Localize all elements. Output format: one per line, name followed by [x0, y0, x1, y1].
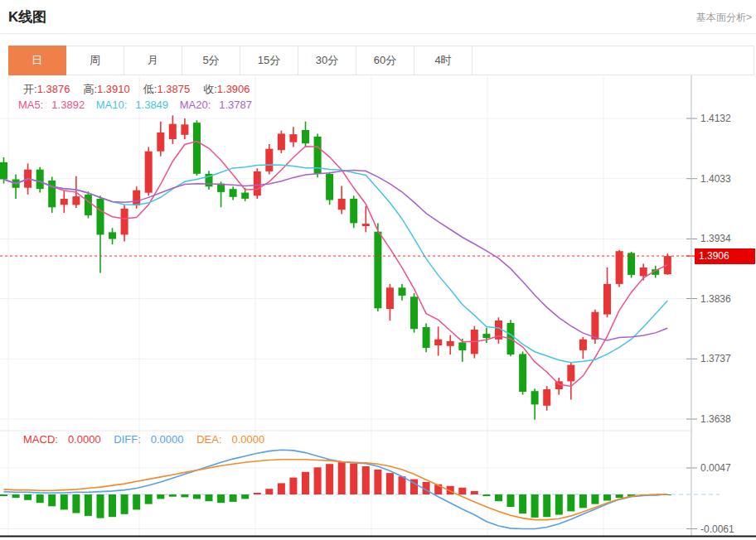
- tab-5min[interactable]: 5分: [182, 46, 240, 75]
- macd-axis-label: -0.0061: [700, 523, 734, 536]
- tab-week[interactable]: 周: [66, 46, 124, 75]
- tab-day[interactable]: 日: [8, 46, 66, 75]
- tab-30min[interactable]: 30分: [298, 46, 356, 75]
- close-value: 1.3906: [217, 83, 250, 95]
- price-axis-label: 1.3638: [700, 412, 731, 426]
- diff-value: 0.0000: [151, 433, 184, 446]
- kline-widget: K线图 基本面分析> 日周月5分15分30分60分4时 开:1.3876高:1.…: [0, 0, 756, 540]
- macd-value: 0.0000: [68, 433, 101, 446]
- ma5-label: MA5:: [18, 99, 43, 111]
- open-label: 开:: [23, 83, 37, 95]
- kline-chart-canvas[interactable]: [0, 75, 756, 540]
- tab-60min[interactable]: 60分: [356, 46, 414, 75]
- price-axis-label: 1.3737: [700, 352, 731, 365]
- high-value: 1.3910: [97, 83, 130, 95]
- ma10-label: MA10:: [96, 99, 128, 111]
- high-label: 高:: [83, 83, 97, 95]
- tab-month[interactable]: 月: [124, 46, 182, 75]
- low-value: 1.3875: [157, 83, 190, 95]
- kline-chart-area: 开:1.3876高:1.3910低:1.3875收:1.3906 MA5:1.3…: [0, 75, 756, 540]
- price-axis-label: 1.4132: [700, 112, 731, 125]
- fundamental-analysis-link[interactable]: 基本面分析>: [696, 11, 752, 25]
- widget-header: K线图 基本面分析>: [0, 0, 756, 34]
- macd-readout: MACD:0.0000 DIFF:0.0000 DEA:0.0000: [23, 433, 274, 446]
- price-axis-label: 1.3934: [700, 232, 731, 245]
- macd-axis-label: 0.0047: [700, 461, 731, 475]
- close-label: 收:: [203, 83, 217, 95]
- ma10-value: 1.3849: [135, 99, 168, 111]
- dea-value: 0.0000: [232, 433, 265, 446]
- dea-label: DEA:: [196, 433, 221, 446]
- diff-label: DIFF:: [114, 433, 141, 446]
- tab-4hour[interactable]: 4时: [414, 46, 472, 75]
- ma20-value: 1.3787: [219, 99, 252, 111]
- page-title: K线图: [8, 7, 46, 27]
- current-price-tag: 1.3906: [695, 248, 755, 264]
- ma20-label: MA20:: [180, 99, 211, 111]
- price-axis-label: 1.4033: [700, 172, 731, 186]
- interval-tab-bar: 日周月5分15分30分60分4时: [8, 46, 754, 75]
- macd-label: MACD:: [23, 433, 58, 446]
- ma5-value: 1.3892: [51, 99, 85, 111]
- ma-readout: MA5:1.3892 MA10:1.3849 MA20:1.3787: [18, 99, 260, 111]
- tab-15min[interactable]: 15分: [240, 46, 298, 75]
- ohlc-readout: 开:1.3876高:1.3910低:1.3875收:1.3906: [23, 82, 264, 97]
- price-axis-label: 1.3836: [700, 292, 731, 306]
- open-value: 1.3876: [37, 83, 70, 95]
- low-label: 低:: [143, 83, 158, 95]
